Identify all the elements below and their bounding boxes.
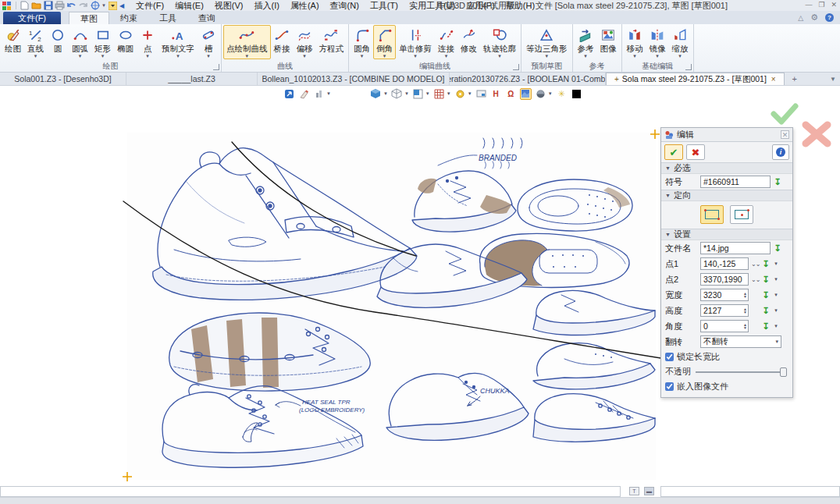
chevron-down-icon[interactable]: ▾ <box>773 307 779 314</box>
tab-tools[interactable]: 工具 <box>148 12 187 24</box>
pick-point-icon[interactable]: ↧ <box>761 275 771 285</box>
pick-value-icon[interactable]: ↧ <box>761 306 771 316</box>
shaded-display-icon[interactable] <box>370 88 382 100</box>
doc-tab-2[interactable]: _____last.Z3 <box>126 73 258 85</box>
ribbon-button-point[interactable]: 点▾ <box>137 25 158 59</box>
file-menu-tab[interactable]: 文件(F) <box>3 12 61 24</box>
ribbon-button-trace-profile[interactable]: 轨迹轮廓▾ <box>480 25 519 59</box>
wireframe-display-icon[interactable] <box>391 88 403 100</box>
restore-button[interactable]: ❐ <box>818 1 824 9</box>
text-mode-icon[interactable]: T <box>629 487 639 495</box>
close-button[interactable]: ✕ <box>831 1 837 9</box>
panel-close-icon[interactable]: ✕ <box>781 130 789 139</box>
browse-file-icon[interactable]: ↧ <box>773 243 782 254</box>
drawing-canvas[interactable]: ▼ ▼ ▼ ▼ ▼ ▼ H Ω ▼ ✳ <box>0 86 840 486</box>
chevron-down-icon[interactable]: ▾ <box>773 292 779 298</box>
exit-sketch-icon[interactable] <box>283 88 295 100</box>
menu-inquire[interactable]: 查询(N) <box>325 1 365 11</box>
confirm-check-float[interactable] <box>769 101 800 126</box>
doc-tab-1[interactable]: Sola001.Z3 - [Desenho3D] <box>0 73 126 85</box>
flip-select[interactable]: 不翻转 ▾ <box>700 335 781 348</box>
ribbon-button-chamfer[interactable]: 倒角▾ <box>373 25 396 59</box>
tab-sketch[interactable]: 草图 <box>69 12 109 24</box>
lock-aspect-checkbox[interactable] <box>665 353 674 361</box>
ribbon-button-equation[interactable]: 方程式▾ <box>316 25 347 59</box>
chevron-down-icon[interactable]: ▼ <box>101 3 106 8</box>
viewport-icon[interactable] <box>475 88 487 100</box>
image-plane-icon[interactable] <box>520 88 532 100</box>
ribbon-button-sketch-draw[interactable]: 绘图▾ <box>2 25 24 59</box>
ribbon-button-connect[interactable]: 连接▾ <box>435 25 457 59</box>
ribbon-button-arc[interactable]: 圆弧▾ <box>69 25 91 59</box>
section-orientation[interactable]: ▼定向 <box>661 190 792 201</box>
ribbon-button-point-curve[interactable]: 点绘制曲线▾ <box>223 25 271 59</box>
group-expand-icon[interactable] <box>685 64 692 70</box>
chevron-down-icon[interactable]: ▾ <box>773 276 779 282</box>
menu-edit[interactable]: 编辑(E) <box>169 1 209 11</box>
snap-magnet-icon[interactable]: Ω <box>505 88 517 100</box>
help-icon[interactable]: ? <box>825 13 834 22</box>
display-mode-icon[interactable] <box>313 88 325 100</box>
ribbon-button-circle[interactable]: 圆▾ <box>47 25 69 59</box>
pick-value-icon[interactable]: ↧ <box>761 290 771 300</box>
ribbon-button-mirror[interactable]: 镜像▾ <box>646 25 669 59</box>
menu-attributes[interactable]: 属性(A) <box>285 1 325 11</box>
chevron-down-icon[interactable]: ▾ <box>773 261 779 267</box>
opacity-slider-handle[interactable] <box>780 367 787 377</box>
section-view-icon[interactable]: H <box>490 88 502 100</box>
group-expand-icon[interactable] <box>513 64 519 70</box>
symbol-input[interactable] <box>700 176 771 188</box>
ribbon-button-rectangle[interactable]: 矩形▾ <box>91 25 114 59</box>
command-prompt-bar[interactable] <box>0 486 621 497</box>
ribbon-button-text[interactable]: A 预制文字▾ <box>158 25 198 59</box>
group-expand-icon[interactable] <box>213 64 219 70</box>
cancel-x-float[interactable] <box>799 119 834 150</box>
minimize-button[interactable]: — <box>805 1 812 9</box>
erase-icon[interactable] <box>298 88 310 100</box>
ribbon-button-line[interactable]: 12 直线▾ <box>24 25 47 59</box>
settings-gear-icon[interactable]: ⚙ <box>810 12 818 23</box>
status-input-field[interactable] <box>660 486 840 497</box>
edit-panel-titlebar[interactable]: 编辑 ✕ <box>661 128 792 142</box>
menu-view[interactable]: 视图(V) <box>209 1 249 11</box>
orient-two-point-button[interactable] <box>700 205 724 224</box>
ribbon-button-reference[interactable]: 参考▾ <box>575 25 597 59</box>
ribbon-button-modify[interactable]: 修改▾ <box>457 25 480 59</box>
rotation-center-icon[interactable] <box>454 88 466 100</box>
panel-toggle-icon[interactable]: ▬ <box>644 487 654 495</box>
collapse-qat-icon[interactable]: ◀ <box>119 2 124 9</box>
pick-point-icon[interactable]: ↧ <box>761 259 771 269</box>
section-settings[interactable]: ▼设置 <box>661 229 792 240</box>
view-plane-icon[interactable] <box>412 88 424 100</box>
redo-icon[interactable] <box>78 2 88 10</box>
background-icon[interactable] <box>535 88 546 100</box>
ribbon-button-slot[interactable]: 槽▾ <box>198 25 219 59</box>
print-icon[interactable] <box>55 2 65 10</box>
panel-info-button[interactable]: i <box>772 144 789 160</box>
menu-file[interactable]: 文件(F) <box>130 1 169 11</box>
pick-from-canvas-icon[interactable]: ↧ <box>773 177 782 187</box>
grid-icon[interactable] <box>433 88 445 100</box>
light-icon[interactable]: ✳ <box>556 88 568 100</box>
panel-cancel-button[interactable]: ✖ <box>686 144 705 160</box>
tab-list-dropdown-icon[interactable]: ▼ <box>826 73 840 85</box>
spinner-arrows[interactable]: ▲▼ <box>742 307 749 314</box>
ribbon-button-fillet[interactable]: 圆角▾ <box>351 25 373 59</box>
ribbon-button-equilateral-triangle[interactable]: 等边三角形▾ <box>523 25 571 59</box>
point2-input[interactable] <box>700 273 749 286</box>
ribbon-button-one-click-trim[interactable]: 单击修剪▾ <box>396 25 435 59</box>
panel-ok-button[interactable]: ✔ <box>664 144 683 160</box>
new-file-icon[interactable] <box>20 2 30 10</box>
doc-tab-5-active[interactable]: + Sola max steel 29-21075.Z3 - [草图001] × <box>606 73 785 85</box>
menu-tools[interactable]: 工具(T) <box>365 1 404 11</box>
ribbon-button-bridge[interactable]: 桥接▾ <box>271 25 294 59</box>
ribbon-button-scale[interactable]: 缩放▾ <box>669 25 692 59</box>
canvas-image-shoe-sketches[interactable]: BRANDED CHUKKA HEAT SEAL TPR (LOGO EMBRO… <box>127 133 656 480</box>
opacity-slider[interactable] <box>696 371 787 373</box>
menu-insert[interactable]: 插入(I) <box>249 1 285 11</box>
color-swatch-black[interactable] <box>571 88 582 100</box>
collapse-ribbon-icon[interactable]: △ <box>798 14 803 22</box>
expand-chevrons-icon[interactable]: ⌄⌄ <box>751 261 759 268</box>
pick-value-icon[interactable]: ↧ <box>761 321 771 332</box>
ribbon-button-move[interactable]: 移动▾ <box>624 25 646 59</box>
